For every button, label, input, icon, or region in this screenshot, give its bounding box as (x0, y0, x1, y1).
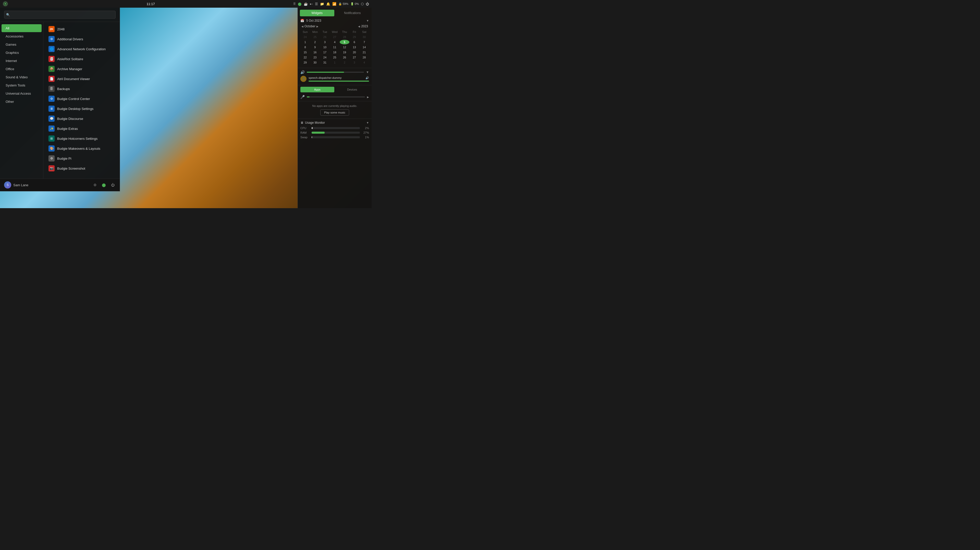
year-nav: ◀ 2023 (358, 24, 368, 28)
category-system-tools[interactable]: System Tools (2, 81, 41, 89)
cal-day[interactable]: 15 (301, 50, 310, 55)
app-budgie-discourse[interactable]: 💬 Budgie Discourse (45, 114, 118, 124)
play-music-button[interactable]: Play some music (320, 110, 349, 116)
category-all[interactable]: All (2, 24, 41, 32)
search-input[interactable] (4, 11, 116, 19)
app-advanced-network[interactable]: 🌐 Advanced Network Configuration (45, 44, 118, 54)
cal-day[interactable]: 1 (330, 60, 340, 65)
budgie-logo-button[interactable] (3, 1, 8, 6)
app-budgie-discourse-label: Budgie Discourse (57, 117, 83, 121)
app-archive-manager[interactable]: 📦 Archive Manager (45, 64, 118, 74)
cal-day[interactable]: 8 (301, 45, 310, 49)
app-aisleriot[interactable]: 🃏 AisleRiot Solitaire (45, 54, 118, 64)
prev-year-button[interactable]: ◀ (358, 25, 360, 28)
cal-day[interactable]: 19 (340, 50, 349, 55)
app-budgie-extras[interactable]: ✨ Budgie Extras (45, 124, 118, 134)
category-graphics[interactable]: Graphics (2, 49, 41, 57)
cal-day[interactable]: 2 (310, 40, 320, 45)
day-sat: Sat (360, 30, 369, 34)
mic-slider[interactable] (307, 97, 365, 97)
cal-day[interactable]: 27 (350, 55, 360, 60)
tab-widgets[interactable]: Widgets (300, 10, 334, 16)
settings-button[interactable]: ⚙ (92, 182, 98, 188)
category-universal-access[interactable]: Universal Access (2, 89, 41, 97)
cal-day[interactable]: 4 (360, 60, 369, 65)
category-sound-video[interactable]: Sound & Video (2, 73, 41, 81)
cal-day[interactable]: 9 (310, 45, 320, 49)
app-budgie-makeovers[interactable]: 🎨 Budgie Makeovers & Layouts (45, 144, 118, 153)
category-games[interactable]: Games (2, 41, 41, 48)
cal-day[interactable]: 27 (330, 35, 340, 39)
cal-day[interactable]: 12 (340, 45, 349, 49)
folder-icon: 📁 (320, 2, 324, 6)
tab-devices[interactable]: Devices (335, 87, 369, 92)
mic-row: 🎤 ▶ (301, 95, 369, 99)
cal-day[interactable]: 30 (310, 60, 320, 65)
next-month-button[interactable]: ▶ (317, 25, 318, 28)
cal-day[interactable]: 26 (340, 55, 349, 60)
cal-day[interactable]: 24 (320, 55, 330, 60)
power-button[interactable]: ⏻ (110, 182, 116, 188)
panel-left (3, 1, 8, 6)
cal-day[interactable]: 14 (360, 45, 369, 49)
cal-day[interactable]: 26 (320, 35, 330, 39)
tab-apps[interactable]: Apps (301, 87, 334, 92)
app-backups-icon: 🗄 (48, 86, 55, 92)
cal-day[interactable]: 10 (320, 45, 330, 49)
display-button[interactable]: ⬤ (101, 182, 107, 188)
cal-day[interactable]: 24 (301, 35, 310, 39)
cal-day[interactable]: 18 (330, 50, 340, 55)
cal-day[interactable]: 31 (320, 60, 330, 65)
cal-day[interactable]: 13 (350, 45, 360, 49)
prev-month-button[interactable]: ◀ (301, 25, 304, 28)
category-other[interactable]: Other (2, 98, 41, 106)
cal-day[interactable]: 20 (350, 50, 360, 55)
cal-day[interactable]: 16 (310, 50, 320, 55)
category-internet[interactable]: Internet (2, 57, 41, 65)
cal-day[interactable]: 30 (360, 35, 369, 39)
cal-day[interactable]: 22 (301, 55, 310, 60)
cal-day[interactable]: 21 (360, 50, 369, 55)
cal-day[interactable]: 23 (310, 55, 320, 60)
notification-icon: 🔔 (326, 2, 330, 6)
volume-mute-button[interactable]: ▼ (366, 70, 369, 74)
volume-section: 🔊 ▼ 🎵 speech-dispatcher-dummy 🔊 (298, 68, 372, 85)
app-budgie-desktop[interactable]: 🖥 Budgie Desktop Settings (45, 104, 118, 113)
usage-collapse-icon[interactable]: ▼ (366, 121, 369, 124)
app-budgie-hotcorners[interactable]: ⊞ Budgie Hotcorners Settings (45, 134, 118, 143)
calendar-widget: 📅 5 Oct 2023 ▼ ◀ October ▶ ◀ 2023 Sun Mo… (298, 16, 372, 68)
cal-day[interactable]: 28 (340, 35, 349, 39)
category-accessories[interactable]: Accessories (2, 32, 41, 40)
cal-day[interactable]: 3 (350, 60, 360, 65)
app-vol-slider[interactable] (309, 81, 369, 82)
tab-notifications[interactable]: Notifications (335, 10, 370, 16)
volume-slider[interactable] (307, 72, 364, 73)
cal-day[interactable]: 25 (330, 55, 340, 60)
cal-day[interactable]: 7 (360, 40, 369, 45)
calendar-collapse-icon[interactable]: ▼ (366, 19, 369, 22)
app-2048[interactable]: 2K 2048 (45, 24, 118, 34)
cal-day[interactable]: 29 (350, 35, 360, 39)
cal-day[interactable]: 6 (350, 40, 360, 45)
cal-day[interactable]: 11 (330, 45, 340, 49)
app-additional-drivers[interactable]: ⚙ Additional Drivers (45, 34, 118, 44)
cal-day[interactable]: 28 (360, 55, 369, 60)
app-budgie-pi-label: Budgie Pi (57, 157, 72, 161)
app-budgie-pi[interactable]: ⚙ Budgie Pi (45, 154, 118, 163)
app-budgie-control[interactable]: ⚙ Budgie Control Center (45, 94, 118, 103)
cal-day-today[interactable]: 5 (340, 40, 349, 45)
app-atril[interactable]: 📄 Atril Document Viewer (45, 74, 118, 84)
cal-day[interactable]: 4 (330, 40, 340, 45)
cal-day[interactable]: 2 (340, 60, 349, 65)
category-office[interactable]: Office (2, 65, 41, 73)
cal-day[interactable]: 1 (301, 40, 310, 45)
swap-bar-track (312, 136, 360, 138)
mic-expand-button[interactable]: ▶ (367, 96, 369, 99)
cal-day[interactable]: 25 (310, 35, 320, 39)
charging-icon: 🔋 0% (350, 2, 359, 6)
cal-day[interactable]: 17 (320, 50, 330, 55)
cal-day[interactable]: 3 (320, 40, 330, 45)
app-budgie-screenshot[interactable]: 📷 Budgie Screenshot (45, 164, 118, 173)
app-backups[interactable]: 🗄 Backups (45, 84, 118, 94)
cal-day[interactable]: 29 (301, 60, 310, 65)
